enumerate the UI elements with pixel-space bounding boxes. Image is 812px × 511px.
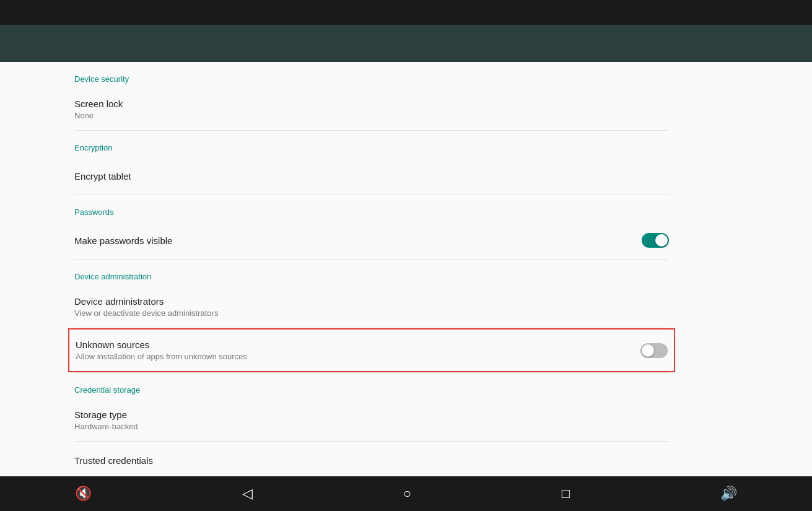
setting-item-unknown-sources[interactable]: Unknown sourcesAllow installation of app… xyxy=(68,328,675,372)
toggle-unknown-sources[interactable] xyxy=(640,343,668,358)
content-area: Device securityScreen lockNoneEncryption… xyxy=(0,62,812,476)
setting-item-device-administrators[interactable]: Device administratorsView or deactivate … xyxy=(74,286,669,328)
nav-icon-home[interactable]: ○ xyxy=(391,481,424,507)
setting-title-trusted-credentials: Trusted credentials xyxy=(74,455,669,466)
setting-text-make-passwords-visible: Make passwords visible xyxy=(74,235,642,246)
section-header-device-administration: Device administration xyxy=(74,260,669,286)
app-header xyxy=(0,25,812,62)
setting-text-device-administrators: Device administratorsView or deactivate … xyxy=(74,296,669,318)
setting-text-unknown-sources: Unknown sourcesAllow installation of app… xyxy=(76,339,640,361)
setting-item-make-passwords-visible[interactable]: Make passwords visible xyxy=(74,222,669,259)
toggle-knob-make-passwords-visible xyxy=(655,234,668,247)
setting-text-storage-type: Storage typeHardware-backed xyxy=(74,409,669,431)
nav-bar: 🔇◁○□🔊 xyxy=(0,476,812,511)
nav-icon-volume-up[interactable]: 🔊 xyxy=(708,481,749,507)
setting-item-storage-type[interactable]: Storage typeHardware-backed xyxy=(74,400,669,441)
section-header-encryption: Encryption xyxy=(74,131,669,157)
setting-title-encrypt-tablet: Encrypt tablet xyxy=(74,171,669,181)
toggle-make-passwords-visible[interactable] xyxy=(642,233,669,248)
setting-text-encrypt-tablet: Encrypt tablet xyxy=(74,171,669,181)
setting-title-make-passwords-visible: Make passwords visible xyxy=(74,235,642,246)
settings-list: Device securityScreen lockNoneEncryption… xyxy=(0,62,743,476)
setting-subtitle-device-administrators: View or deactivate device administrators xyxy=(74,308,669,318)
setting-item-encrypt-tablet[interactable]: Encrypt tablet xyxy=(74,157,669,194)
setting-subtitle-unknown-sources: Allow installation of apps from unknown … xyxy=(76,352,640,361)
nav-icon-volume-down[interactable]: 🔇 xyxy=(63,481,104,507)
setting-text-screen-lock: Screen lockNone xyxy=(74,98,669,120)
setting-subtitle-screen-lock: None xyxy=(74,111,669,120)
nav-icon-back[interactable]: ◁ xyxy=(230,481,265,507)
section-header-passwords: Passwords xyxy=(74,195,669,222)
close-button[interactable] xyxy=(800,10,807,15)
setting-subtitle-storage-type: Hardware-backed xyxy=(74,422,669,431)
setting-title-device-administrators: Device administrators xyxy=(74,296,669,307)
nav-icon-recents[interactable]: □ xyxy=(549,481,582,507)
setting-title-screen-lock: Screen lock xyxy=(74,98,669,109)
setting-title-unknown-sources: Unknown sources xyxy=(76,339,640,350)
setting-item-screen-lock[interactable]: Screen lockNone xyxy=(74,89,669,130)
setting-item-trusted-credentials[interactable]: Trusted credentials xyxy=(74,442,669,476)
setting-title-storage-type: Storage type xyxy=(74,409,669,420)
restore-button[interactable] xyxy=(787,10,795,15)
section-header-credential-storage: Credential storage xyxy=(74,373,669,400)
toggle-knob-unknown-sources xyxy=(642,344,654,357)
section-header-device-security: Device security xyxy=(74,62,669,89)
setting-text-trusted-credentials: Trusted credentials xyxy=(74,455,669,466)
title-bar xyxy=(0,0,812,25)
window-controls xyxy=(787,10,807,15)
